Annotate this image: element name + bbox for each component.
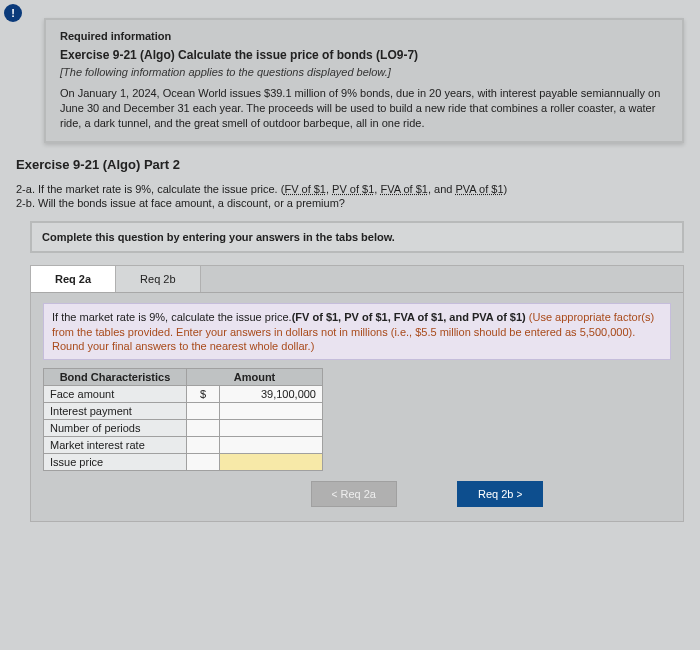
- row-sym: [187, 437, 220, 454]
- row-label: Number of periods: [44, 420, 187, 437]
- required-info-card: Required information Exercise 9-21 (Algo…: [44, 18, 684, 143]
- required-heading: Required information: [60, 30, 668, 42]
- answer-panel: Req 2a Req 2b If the market rate is 9%, …: [30, 265, 684, 522]
- table-row: Face amount $ 39,100,000: [44, 386, 323, 403]
- tab-req-2b[interactable]: Req 2b: [116, 266, 200, 292]
- interest-payment-input[interactable]: [220, 403, 323, 420]
- scenario-text: On January 1, 2024, Ocean World issues $…: [60, 86, 668, 131]
- prev-button[interactable]: < Req 2a: [311, 481, 397, 507]
- next-button[interactable]: Req 2b >: [457, 481, 543, 507]
- exercise-title: Exercise 9-21 (Algo) Calculate the issue…: [60, 48, 668, 62]
- fva-link[interactable]: FVA of $1: [380, 183, 428, 195]
- nav-buttons: < Req 2a Req 2b >: [171, 481, 683, 507]
- tab-req-2a[interactable]: Req 2a: [31, 266, 116, 292]
- header-amount: Amount: [187, 369, 323, 386]
- issue-price-input[interactable]: [220, 454, 323, 471]
- pva-link[interactable]: PVA of $1: [455, 183, 503, 195]
- row-sym: [187, 403, 220, 420]
- alert-badge: !: [4, 4, 22, 22]
- tab-instructions: If the market rate is 9%, calculate the …: [43, 303, 671, 360]
- row-sym: [187, 454, 220, 471]
- row-label: Interest payment: [44, 403, 187, 420]
- table-row: Market interest rate: [44, 437, 323, 454]
- header-characteristics: Bond Characteristics: [44, 369, 187, 386]
- question-2b: 2-b. Will the bonds issue at face amount…: [16, 196, 700, 211]
- context-note: [The following information applies to th…: [60, 66, 668, 78]
- table-row: Issue price: [44, 454, 323, 471]
- row-label: Issue price: [44, 454, 187, 471]
- pv-link[interactable]: PV of $1: [332, 183, 374, 195]
- chevron-right-icon: >: [517, 489, 523, 500]
- market-rate-input[interactable]: [220, 437, 323, 454]
- row-sym: [187, 420, 220, 437]
- instruction-box: Complete this question by entering your …: [30, 221, 684, 253]
- chevron-left-icon: <: [332, 489, 338, 500]
- bond-characteristics-table: Bond Characteristics Amount Face amount …: [43, 368, 323, 471]
- question-2a: 2-a. If the market rate is 9%, calculate…: [16, 182, 700, 197]
- row-sym: $: [187, 386, 220, 403]
- table-row: Interest payment: [44, 403, 323, 420]
- fv-link[interactable]: FV of $1: [284, 183, 326, 195]
- question-list: 2-a. If the market rate is 9%, calculate…: [16, 182, 700, 212]
- row-label: Face amount: [44, 386, 187, 403]
- row-label: Market interest rate: [44, 437, 187, 454]
- face-amount-input[interactable]: 39,100,000: [220, 386, 323, 403]
- number-periods-input[interactable]: [220, 420, 323, 437]
- part-heading: Exercise 9-21 (Algo) Part 2: [16, 157, 700, 172]
- table-row: Number of periods: [44, 420, 323, 437]
- tab-strip: Req 2a Req 2b: [31, 266, 683, 293]
